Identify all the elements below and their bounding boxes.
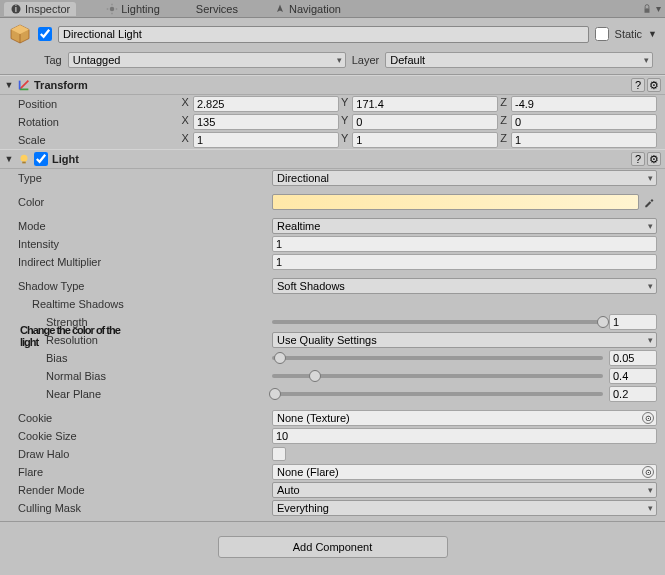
add-component-button[interactable]: Add Component: [218, 536, 448, 558]
cookie-size-input[interactable]: [272, 428, 657, 444]
gameobject-icon: [8, 22, 32, 46]
svg-marker-7: [277, 4, 283, 12]
navigation-icon: [274, 3, 286, 15]
draw-halo-checkbox[interactable]: [272, 447, 286, 461]
gameobject-active-checkbox[interactable]: [38, 27, 52, 41]
mode-label: Mode: [18, 220, 272, 232]
sun-icon: [106, 3, 118, 15]
light-component-header[interactable]: ▼ Light ? ⚙: [0, 149, 665, 169]
foldout-icon[interactable]: ▼: [4, 80, 14, 90]
culling-mask-dropdown[interactable]: Everything: [272, 500, 657, 516]
context-menu-icon[interactable]: ▾: [656, 3, 661, 14]
help-icon[interactable]: ?: [631, 78, 645, 92]
transform-rotation-row: Rotation X Y Z: [0, 113, 665, 131]
scale-z-input[interactable]: [511, 132, 657, 148]
render-mode-dropdown[interactable]: Auto: [272, 482, 657, 498]
tag-layer-row: Tag Untagged Layer Default: [0, 50, 665, 74]
tab-services-label: Services: [196, 3, 238, 15]
tab-inspector[interactable]: i Inspector: [4, 2, 76, 16]
tab-lighting-label: Lighting: [121, 3, 160, 15]
cookie-size-label: Cookie Size: [18, 430, 272, 442]
render-mode-label: Render Mode: [18, 484, 272, 496]
cookie-label: Cookie: [18, 412, 272, 424]
indirect-input[interactable]: [272, 254, 657, 270]
tab-navigation-label: Navigation: [289, 3, 341, 15]
svg-text:i: i: [15, 5, 17, 14]
scale-y-input[interactable]: [352, 132, 498, 148]
position-x-input[interactable]: [193, 96, 339, 112]
gear-icon[interactable]: ⚙: [647, 152, 661, 166]
tag-label: Tag: [44, 54, 62, 66]
light-color-field[interactable]: [272, 194, 639, 210]
flare-label: Flare: [18, 466, 272, 478]
layer-label: Layer: [352, 54, 380, 66]
rotation-y-input[interactable]: [352, 114, 498, 130]
resolution-label: Resolution: [18, 334, 272, 346]
light-mode-dropdown[interactable]: Realtime: [272, 218, 657, 234]
light-enable-checkbox[interactable]: [34, 152, 48, 166]
tab-services[interactable]: Services: [190, 2, 244, 16]
static-label: Static: [615, 28, 643, 40]
normal-bias-value-input[interactable]: [609, 368, 657, 384]
static-checkbox[interactable]: [595, 27, 609, 41]
rotation-z-input[interactable]: [511, 114, 657, 130]
svg-rect-16: [22, 162, 26, 164]
realtime-shadows-label: Realtime Shadows: [18, 298, 272, 310]
transform-position-row: Position X Y Z: [0, 95, 665, 113]
light-icon: [17, 152, 31, 166]
object-picker-icon[interactable]: ⊙: [642, 412, 654, 424]
near-plane-value-input[interactable]: [609, 386, 657, 402]
strength-slider[interactable]: [272, 320, 603, 324]
svg-point-15: [21, 155, 28, 162]
color-label: Color: [18, 196, 272, 208]
bias-value-input[interactable]: [609, 350, 657, 366]
rotation-x-input[interactable]: [193, 114, 339, 130]
help-icon[interactable]: ?: [631, 152, 645, 166]
svg-point-2: [110, 6, 115, 11]
cookie-field[interactable]: None (Texture)⊙: [272, 410, 657, 426]
tab-navigation[interactable]: Navigation: [268, 2, 347, 16]
flare-field[interactable]: None (Flare)⊙: [272, 464, 657, 480]
intensity-input[interactable]: [272, 236, 657, 252]
object-picker-icon[interactable]: ⊙: [642, 466, 654, 478]
bias-label: Bias: [18, 352, 272, 364]
lock-icon[interactable]: [642, 4, 652, 14]
normal-bias-slider[interactable]: [272, 374, 603, 378]
tag-dropdown[interactable]: Untagged: [68, 52, 346, 68]
transform-scale-row: Scale X Y Z: [0, 131, 665, 149]
svg-rect-8: [645, 8, 650, 12]
normal-bias-label: Normal Bias: [18, 370, 272, 382]
scale-x-input[interactable]: [193, 132, 339, 148]
near-plane-label: Near Plane: [18, 388, 272, 400]
foldout-icon[interactable]: ▼: [4, 154, 14, 164]
transform-component-header[interactable]: ▼ Transform ? ⚙: [0, 75, 665, 95]
position-label: Position: [18, 98, 182, 110]
tab-bar: i Inspector Lighting Services Navigation…: [0, 0, 665, 18]
eyedropper-icon[interactable]: [641, 194, 657, 210]
resolution-dropdown[interactable]: Use Quality Settings: [272, 332, 657, 348]
gear-icon[interactable]: ⚙: [647, 78, 661, 92]
culling-mask-label: Culling Mask: [18, 502, 272, 514]
bias-slider[interactable]: [272, 356, 603, 360]
shadow-type-label: Shadow Type: [18, 280, 272, 292]
info-icon: i: [10, 3, 22, 15]
type-label: Type: [18, 172, 272, 184]
position-z-input[interactable]: [511, 96, 657, 112]
light-type-dropdown[interactable]: Directional: [272, 170, 657, 186]
strength-value-input[interactable]: [609, 314, 657, 330]
static-dropdown-arrow[interactable]: ▼: [648, 29, 657, 39]
position-y-input[interactable]: [352, 96, 498, 112]
scale-label: Scale: [18, 134, 182, 146]
draw-halo-label: Draw Halo: [18, 448, 272, 460]
svg-line-12: [20, 81, 29, 90]
shadow-type-dropdown[interactable]: Soft Shadows: [272, 278, 657, 294]
intensity-label: Intensity: [18, 238, 272, 250]
light-title: Light: [52, 153, 631, 165]
layer-dropdown[interactable]: Default: [385, 52, 653, 68]
transform-title: Transform: [34, 79, 631, 91]
tab-lighting[interactable]: Lighting: [100, 2, 166, 16]
near-plane-slider[interactable]: [272, 392, 603, 396]
gameobject-header: Static ▼: [0, 18, 665, 50]
transform-icon: [17, 78, 31, 92]
gameobject-name-input[interactable]: [58, 26, 589, 43]
